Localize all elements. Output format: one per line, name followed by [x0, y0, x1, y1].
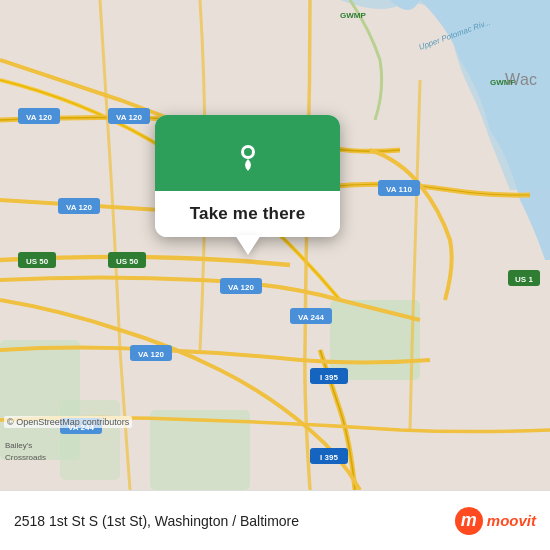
- svg-rect-3: [60, 400, 120, 480]
- osm-credit: © OpenStreetMap contributors: [4, 416, 132, 428]
- popup-bubble: Take me there: [155, 115, 340, 237]
- footer-bar: 2518 1st St S (1st St), Washington / Bal…: [0, 490, 550, 550]
- svg-text:Crossroads: Crossroads: [5, 453, 46, 462]
- svg-text:VA 120: VA 120: [66, 203, 92, 212]
- moovit-m-icon: m: [455, 507, 483, 535]
- svg-text:VA 120: VA 120: [138, 350, 164, 359]
- take-me-there-button[interactable]: Take me there: [155, 191, 340, 237]
- svg-text:US 50: US 50: [26, 257, 49, 266]
- svg-text:VA 110: VA 110: [386, 185, 412, 194]
- svg-text:I 395: I 395: [320, 453, 338, 462]
- svg-text:VA 244: VA 244: [298, 313, 324, 322]
- svg-text:US 1: US 1: [515, 275, 533, 284]
- moovit-text: moovit: [487, 512, 536, 529]
- svg-text:VA 120: VA 120: [228, 283, 254, 292]
- svg-text:VA 120: VA 120: [116, 113, 142, 122]
- map-container: VA 120 VA 120 VA 120 VA 120 VA 120 VA 11…: [0, 0, 550, 490]
- popup-tail: [235, 235, 261, 255]
- svg-text:VA 120: VA 120: [26, 113, 52, 122]
- svg-text:US 50: US 50: [116, 257, 139, 266]
- moovit-logo: m moovit: [455, 507, 536, 535]
- svg-text:I 395: I 395: [320, 373, 338, 382]
- address-label: 2518 1st St S (1st St), Washington / Bal…: [14, 513, 445, 529]
- svg-text:Bailey's: Bailey's: [5, 441, 32, 450]
- svg-text:Wас: Wас: [505, 71, 537, 88]
- svg-point-39: [244, 148, 252, 156]
- svg-text:GWMP: GWMP: [340, 11, 366, 20]
- popup-green-section: [155, 115, 340, 191]
- location-pin-icon: [226, 133, 270, 177]
